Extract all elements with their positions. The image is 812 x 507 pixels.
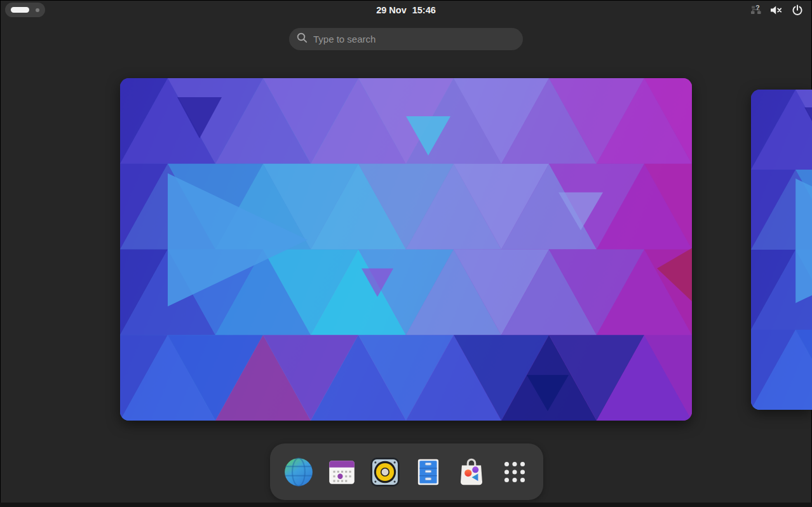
- screen-bottom-edge: [0, 503, 812, 507]
- wallpaper: [120, 78, 692, 421]
- power-icon[interactable]: [792, 4, 803, 16]
- dock-app-calendar[interactable]: [325, 452, 359, 492]
- dock-app-grid[interactable]: [497, 452, 532, 492]
- workspace-thumbnail-next[interactable]: [751, 90, 812, 410]
- workspace-dot-inactive[interactable]: [36, 8, 39, 12]
- software-bag-icon: [456, 456, 487, 488]
- workspace-thumbnail-current[interactable]: [120, 78, 692, 421]
- workspace-pill-active[interactable]: [11, 7, 29, 13]
- dock-app-software[interactable]: [454, 452, 489, 492]
- search-bar: [289, 28, 523, 50]
- volume-muted-icon[interactable]: [770, 5, 783, 15]
- speaker-icon: [369, 456, 401, 488]
- search-input[interactable]: [313, 34, 515, 44]
- system-status-area[interactable]: ?: [750, 4, 807, 16]
- dash: [270, 443, 543, 500]
- web-browser-icon: [283, 456, 315, 488]
- top-bar: 29 Nov 15:46 ?: [0, 0, 812, 20]
- network-unknown-icon[interactable]: ?: [750, 4, 762, 15]
- wallpaper-next: [751, 90, 812, 410]
- dock-app-music[interactable]: [368, 452, 402, 492]
- file-cabinet-icon: [412, 456, 444, 488]
- calendar-icon: [326, 456, 358, 488]
- dock-app-files[interactable]: [411, 452, 445, 492]
- dock-app-web[interactable]: [281, 452, 316, 492]
- svg-text:?: ?: [755, 4, 760, 11]
- clock-date: 29 Nov: [376, 5, 407, 15]
- clock-time: 15:46: [412, 5, 436, 15]
- search-icon: [297, 32, 308, 46]
- workspace-indicator[interactable]: [5, 3, 45, 17]
- app-grid-icon: [499, 456, 531, 488]
- clock[interactable]: 29 Nov 15:46: [376, 0, 436, 20]
